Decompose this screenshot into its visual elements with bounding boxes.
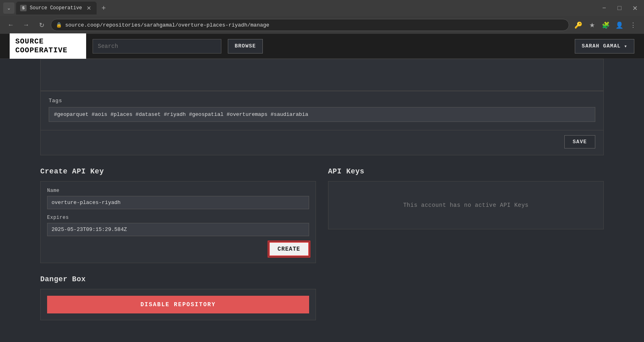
tags-label: Tags: [49, 98, 595, 104]
tab-dropdown-button[interactable]: ⌄: [3, 2, 14, 14]
api-key-expires-input[interactable]: [47, 223, 309, 236]
extensions-button[interactable]: 🧩: [600, 19, 612, 31]
logo-line1: SOURCE: [15, 37, 80, 46]
danger-section: Danger Box DISABLE REPOSITORY: [40, 275, 316, 320]
window-close-button[interactable]: ✕: [629, 2, 641, 14]
bookmark-button[interactable]: ★: [586, 19, 598, 31]
profile-button[interactable]: 👤: [613, 19, 625, 31]
tab-title: Source Cooperative: [30, 5, 82, 11]
browser-titlebar: ⌄ S Source Cooperative ✕ + − □ ✕: [0, 0, 644, 16]
user-label: SARAH GAMAL: [582, 43, 621, 49]
tags-section: Tags: [40, 91, 604, 130]
window-maximize-button[interactable]: □: [613, 2, 625, 14]
browse-button[interactable]: BROWSE: [228, 39, 263, 54]
create-btn-row: CREATE: [47, 242, 309, 256]
api-keys-section: API Keys This account has no active API …: [328, 167, 604, 320]
user-dropdown-icon: ▾: [624, 43, 627, 49]
menu-button[interactable]: ⋮: [627, 19, 639, 31]
create-api-key-section: Create API Key Name Expires CREATE Dange…: [40, 167, 316, 320]
api-keys-title: API Keys: [328, 167, 604, 175]
new-tab-button[interactable]: +: [98, 2, 109, 14]
create-api-key-button[interactable]: CREATE: [269, 242, 309, 256]
password-icon[interactable]: 🔑: [572, 19, 584, 31]
browser-tab-active[interactable]: S Source Cooperative ✕: [16, 2, 97, 14]
name-label: Name: [47, 188, 309, 194]
expires-label: Expires: [47, 215, 309, 220]
tab-list: ⌄ S Source Cooperative ✕ +: [3, 2, 109, 14]
logo[interactable]: SOURCE COOPERATIVE: [10, 33, 86, 59]
search-input[interactable]: [93, 39, 221, 54]
user-menu-button[interactable]: SARAH GAMAL ▾: [575, 39, 634, 54]
url-bar[interactable]: 🔒 source.coop/repositories/sarahgamal/ov…: [51, 19, 569, 31]
main-content: SOURCE COOPERATIVE BROWSE SARAH GAMAL ▾ …: [0, 34, 644, 342]
forward-button[interactable]: →: [20, 19, 32, 31]
app-navbar: SOURCE COOPERATIVE BROWSE SARAH GAMAL ▾: [0, 34, 644, 59]
save-button[interactable]: SAVE: [564, 135, 595, 148]
no-keys-message: This account has no active API Keys: [403, 202, 529, 208]
tab-favicon: S: [20, 5, 27, 11]
disable-repository-button[interactable]: DISABLE REPOSITORY: [47, 296, 309, 313]
browser-toolbar: ← → ↻ 🔒 source.coop/repositories/sarahga…: [0, 16, 644, 34]
form-container: Tags SAVE Create API Key Name Expires CR…: [28, 59, 616, 320]
browser-chrome: ⌄ S Source Cooperative ✕ + − □ ✕ ← → ↻ 🔒…: [0, 0, 644, 34]
window-minimize-button[interactable]: −: [598, 2, 610, 14]
danger-box: DISABLE REPOSITORY: [40, 289, 316, 320]
save-row: SAVE: [40, 130, 604, 155]
create-api-key-box: Name Expires CREATE: [40, 181, 316, 263]
tags-input[interactable]: [49, 107, 595, 122]
api-keys-panel: This account has no active API Keys: [328, 181, 604, 229]
create-api-key-title: Create API Key: [40, 167, 316, 175]
top-partial-section: [40, 59, 604, 91]
back-button[interactable]: ←: [5, 19, 17, 31]
api-key-name-input[interactable]: [47, 196, 309, 209]
two-column-layout: Create API Key Name Expires CREATE Dange…: [40, 167, 604, 320]
logo-line2: COOPERATIVE: [15, 46, 80, 55]
toolbar-actions: 🔑 ★ 🧩 👤 ⋮: [572, 19, 639, 31]
danger-box-title: Danger Box: [40, 275, 316, 283]
reload-button[interactable]: ↻: [35, 19, 47, 31]
tab-close-button[interactable]: ✕: [85, 4, 93, 12]
lock-icon: 🔒: [56, 22, 62, 28]
url-text: source.coop/repositories/sarahgamal/over…: [65, 22, 564, 28]
